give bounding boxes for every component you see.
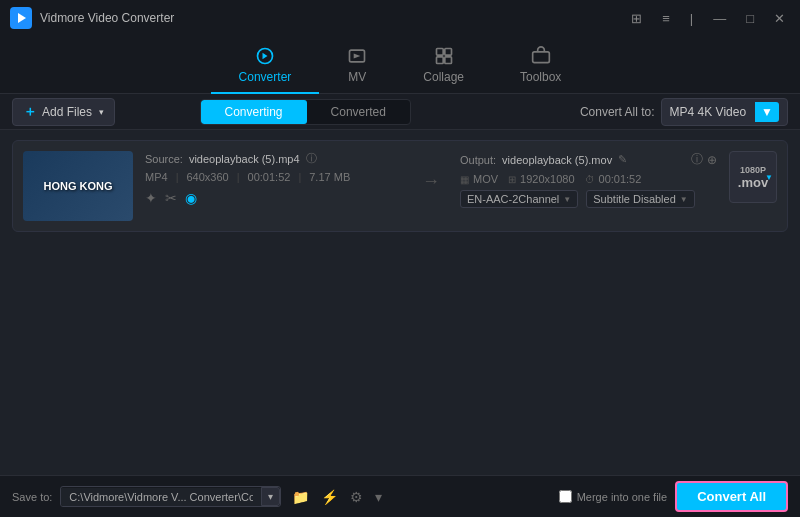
res-icon: ⊞ [508, 174, 516, 185]
format-badge-res: 1080P [740, 165, 766, 175]
format-select-arrow[interactable]: ▼ [755, 102, 779, 122]
source-filename: videoplayback (5).mp4 [189, 153, 300, 165]
convert-all-to-label: Convert All to: [580, 105, 655, 119]
subtitle-select-arrow: ▼ [680, 195, 688, 204]
meta-row: MP4 | 640x360 | 00:01:52 | 7.17 MB [145, 171, 402, 183]
enhance-icon[interactable]: ✦ [145, 190, 157, 206]
source-info-icon[interactable]: ⓘ [306, 151, 317, 166]
tab-collage-label: Collage [423, 70, 464, 84]
output-resolution: 1920x1080 [520, 173, 574, 185]
convert-all-button[interactable]: Convert All [675, 481, 788, 512]
output-row: Output: videoplayback (5).mov ✎ ⓘ ⊕ [460, 151, 717, 168]
clock-icon: ⏱ [585, 174, 595, 185]
audio-select[interactable]: EN-AAC-2Channel ▼ [460, 190, 578, 208]
svg-rect-5 [444, 49, 451, 56]
effects-icon[interactable]: ◉ [185, 190, 197, 206]
maximize-button[interactable]: □ [741, 9, 759, 28]
tab-mv[interactable]: MV [319, 38, 395, 94]
window-controls: ⊞ ≡ | — □ ✕ [626, 9, 790, 28]
bottom-bar: Save to: ▾ 📁 ⚡ ⚙ ▾ Merge into one file C… [0, 475, 800, 517]
format-badge-arrow[interactable]: ▼ [765, 173, 773, 182]
output-label: Output: [460, 154, 496, 166]
divider-icon: | [685, 9, 698, 28]
tab-mv-label: MV [348, 70, 366, 84]
output-info-icon[interactable]: ⓘ [691, 151, 703, 168]
sub-toolbar: ＋ Add Files ▾ Converting Converted Conve… [0, 94, 800, 130]
trim-icon[interactable]: ✂ [165, 190, 177, 206]
source-format: MP4 [145, 171, 168, 183]
settings-icon[interactable]: ⚙ [347, 486, 366, 508]
output-action-icons: ⓘ ⊕ [691, 151, 717, 168]
output-filename: videoplayback (5).mov [502, 154, 612, 166]
lightning-icon[interactable]: ⚡ [318, 486, 341, 508]
plus-icon: ＋ [23, 103, 37, 121]
svg-rect-4 [436, 49, 443, 56]
svg-rect-7 [444, 57, 451, 64]
source-resolution: 640x360 [186, 171, 228, 183]
folder-icon[interactable]: 📁 [289, 486, 312, 508]
save-path-input[interactable] [61, 488, 261, 506]
actions-row: ✦ ✂ ◉ [145, 190, 402, 206]
source-duration: 00:01:52 [248, 171, 291, 183]
settings-arrow-icon[interactable]: ▾ [372, 486, 385, 508]
audio-value: EN-AAC-2Channel [467, 193, 559, 205]
title-bar: Vidmore Video Converter ⊞ ≡ | — □ ✕ [0, 0, 800, 36]
converting-tab[interactable]: Converting [201, 100, 307, 124]
audio-select-arrow: ▼ [563, 195, 571, 204]
format-value: MP4 4K Video [670, 105, 747, 119]
output-section: Output: videoplayback (5).mov ✎ ⓘ ⊕ ▦ MO… [460, 151, 717, 208]
converting-converted-tabs: Converting Converted [200, 99, 411, 125]
source-label: Source: [145, 153, 183, 165]
app-logo [10, 7, 32, 29]
tab-toolbox[interactable]: Toolbox [492, 38, 589, 94]
convert-arrow-icon: → [422, 171, 440, 192]
subtitle-select[interactable]: Subtitle Disabled ▼ [586, 190, 694, 208]
app-title: Vidmore Video Converter [40, 11, 626, 25]
tab-toolbox-label: Toolbox [520, 70, 561, 84]
film-icon: ▦ [460, 174, 469, 185]
close-button[interactable]: ✕ [769, 9, 790, 28]
svg-rect-8 [532, 52, 549, 63]
output-format-item: ▦ MOV [460, 173, 498, 185]
output-meta: ▦ MOV ⊞ 1920x1080 ⏱ 00:01:52 [460, 173, 717, 185]
format-select[interactable]: MP4 4K Video ▼ [661, 98, 788, 126]
merge-label: Merge into one file [577, 491, 668, 503]
output-resolution-item: ⊞ 1920x1080 [508, 173, 574, 185]
output-duration: 00:01:52 [599, 173, 642, 185]
convert-all-to-section: Convert All to: MP4 4K Video ▼ [580, 98, 788, 126]
video-thumbnail: HONG KONG [23, 151, 133, 221]
nav-bar: Converter MV Collage Toolbox [0, 36, 800, 94]
source-row: Source: videoplayback (5).mp4 ⓘ [145, 151, 402, 166]
output-duration-item: ⏱ 00:01:52 [585, 173, 642, 185]
video-card: HONG KONG Source: videoplayback (5).mp4 … [12, 140, 788, 232]
output-add-icon[interactable]: ⊕ [707, 153, 717, 167]
save-path-dropdown[interactable]: ▾ [261, 487, 280, 506]
bottom-icons: 📁 ⚡ ⚙ ▾ [289, 486, 385, 508]
thumbnail-text: HONG KONG [43, 180, 112, 192]
add-files-dropdown-arrow[interactable]: ▾ [99, 107, 104, 117]
edit-output-icon[interactable]: ✎ [618, 153, 627, 166]
minimize-button[interactable]: — [708, 9, 731, 28]
output-format: MOV [473, 173, 498, 185]
svg-rect-6 [436, 57, 443, 64]
converted-tab[interactable]: Converted [307, 100, 410, 124]
tab-converter-label: Converter [239, 70, 292, 84]
format-badge-name: .mov [738, 175, 768, 190]
merge-checkbox[interactable] [559, 490, 572, 503]
format-badge[interactable]: 1080P .mov ▼ [729, 151, 777, 203]
menu-icon[interactable]: ≡ [657, 9, 675, 28]
grid-icon[interactable]: ⊞ [626, 9, 647, 28]
merge-checkbox-section: Merge into one file [559, 490, 668, 503]
tab-converter[interactable]: Converter [211, 38, 320, 94]
output-dropdowns: EN-AAC-2Channel ▼ Subtitle Disabled ▼ [460, 190, 717, 208]
add-files-button[interactable]: ＋ Add Files ▾ [12, 98, 115, 126]
arrow-section: → [414, 171, 448, 192]
save-to-label: Save to: [12, 491, 52, 503]
tab-collage[interactable]: Collage [395, 38, 492, 94]
video-info: Source: videoplayback (5).mp4 ⓘ MP4 | 64… [145, 151, 402, 206]
source-size: 7.17 MB [309, 171, 350, 183]
add-files-label: Add Files [42, 105, 92, 119]
subtitle-value: Subtitle Disabled [593, 193, 676, 205]
main-content: HONG KONG Source: videoplayback (5).mp4 … [0, 130, 800, 475]
